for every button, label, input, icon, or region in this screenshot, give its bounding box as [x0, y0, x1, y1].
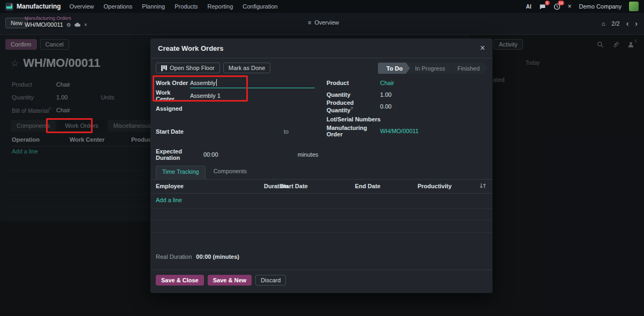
table-row	[150, 220, 493, 220]
hamburger-icon: ≡	[308, 19, 311, 26]
save-and-new-button[interactable]: Save & New	[208, 275, 252, 286]
table-row	[150, 232, 493, 233]
tab-modal-components[interactable]: Components	[208, 166, 253, 179]
produced-quantity-label: Produced Quantity?	[327, 99, 380, 113]
modal-product-label: Product	[327, 80, 380, 86]
modal-quantity-value[interactable]: 1.00	[380, 91, 391, 98]
gear-icon[interactable]: ⚙	[66, 22, 71, 28]
save-and-close-button[interactable]: Save & Close	[156, 275, 204, 286]
expected-duration-unit: minutes	[298, 151, 319, 158]
help-icon: ?	[351, 106, 353, 111]
table-row	[150, 208, 493, 209]
user-avatar[interactable]	[629, 2, 639, 11]
col-employee[interactable]: Employee	[156, 183, 184, 189]
date-range-separator: to	[284, 128, 289, 135]
mark-as-done-button[interactable]: Mark as Done	[223, 63, 270, 73]
produced-quantity-value[interactable]: 0.00	[380, 103, 391, 110]
discard-changes-icon[interactable]: ×	[84, 22, 87, 28]
menu-configuration[interactable]: Configuration	[243, 3, 277, 10]
view-switcher-overview[interactable]: ≡ Overview	[308, 19, 339, 26]
assigned-label: Assigned	[156, 105, 183, 112]
manufacturing-app-icon	[5, 3, 13, 11]
menu-operations[interactable]: Operations	[104, 3, 133, 10]
menu-reporting[interactable]: Reporting	[208, 3, 233, 10]
pager-value: 2/2	[611, 20, 619, 27]
sort-columns-icon[interactable]	[480, 183, 486, 189]
company-switcher[interactable]: Demo Company	[579, 3, 622, 10]
work-order-input[interactable]: Assembly	[190, 78, 315, 88]
work-center-value[interactable]: Assembly 1	[190, 93, 221, 99]
home-icon[interactable]: ⌂	[602, 20, 605, 27]
work-center-label: Work Center	[156, 89, 190, 102]
status-bar: To Do In Progress Finished	[378, 63, 487, 74]
create-work-orders-dialog: Create Work Orders × Open Shop Floor Mar…	[150, 38, 493, 293]
expected-duration-label: Expected Duration	[156, 148, 203, 161]
control-panel: New Manufacturing Orders WH/MO/00011 ⚙ ×…	[0, 13, 644, 35]
stage-to-do[interactable]: To Do	[378, 63, 410, 74]
dialog-notebook-tabs: Time Tracking Components	[150, 166, 493, 180]
dialog-title: Create Work Orders	[158, 44, 224, 52]
menu-overview[interactable]: Overview	[70, 3, 94, 10]
dialog-close-icon[interactable]: ×	[480, 43, 485, 53]
shop-floor-grid-icon	[161, 65, 167, 71]
pager-next-icon[interactable]: ›	[635, 19, 638, 28]
menu-products[interactable]: Products	[175, 3, 198, 10]
menu-planning[interactable]: Planning	[142, 3, 165, 10]
text-cursor	[216, 79, 217, 86]
tab-time-tracking[interactable]: Time Tracking	[156, 166, 206, 179]
cloud-save-icon[interactable]	[74, 22, 81, 27]
ai-assistant-icon[interactable]: AI	[526, 4, 532, 10]
systray-close-icon[interactable]: ×	[568, 3, 572, 10]
top-navbar: Manufacturing Overview Operations Planni…	[0, 0, 644, 13]
activities-badge: 10	[558, 1, 564, 5]
messages-badge: 5	[545, 1, 550, 5]
col-productivity[interactable]: Productivity	[418, 183, 452, 189]
messages-icon[interactable]: 5	[539, 3, 546, 10]
breadcrumb: Manufacturing Orders WH/MO/00011 ⚙ ×	[25, 16, 87, 28]
discard-button[interactable]: Discard	[255, 275, 286, 286]
work-order-label: Work Order	[156, 80, 190, 86]
systray: AI 5 10 × Demo Company	[526, 2, 639, 11]
breadcrumb-current: WH/MO/00011	[25, 21, 63, 28]
overview-switch-label: Overview	[314, 19, 339, 26]
col-end-date[interactable]: End Date	[355, 183, 381, 189]
app-window: Manufacturing Overview Operations Planni…	[0, 0, 644, 316]
pager: ⌂ 2/2 ‹ ›	[602, 19, 638, 28]
modal-product-value[interactable]: Chair	[380, 80, 394, 86]
stage-finished[interactable]: Finished	[449, 63, 487, 74]
modal-add-a-line-link[interactable]: Add a line	[156, 197, 182, 203]
lot-serial-label: Lot/Serial Numbers	[327, 116, 381, 122]
stage-in-progress[interactable]: In Progress	[406, 63, 452, 74]
modal-quantity-label: Quantity	[327, 91, 380, 98]
manufacturing-order-label: Manufacturing Order	[327, 125, 380, 137]
pager-previous-icon[interactable]: ‹	[626, 19, 629, 28]
real-duration-value: 00:00 (minutes)	[196, 253, 239, 260]
top-menu: Overview Operations Planning Products Re…	[70, 3, 278, 10]
activities-clock-icon[interactable]: 10	[554, 3, 560, 10]
col-start-date[interactable]: Start Date	[280, 183, 308, 189]
work-order-value: Assembly	[190, 80, 216, 86]
open-shop-floor-button[interactable]: Open Shop Floor	[156, 63, 220, 73]
app-name[interactable]: Manufacturing	[17, 3, 61, 10]
app-brand[interactable]: Manufacturing	[5, 3, 61, 11]
open-shop-floor-label: Open Shop Floor	[170, 65, 215, 71]
real-duration-label: Real Duration	[156, 253, 192, 260]
expected-duration-value[interactable]: 00:00	[203, 151, 218, 158]
start-date-label: Start Date	[156, 128, 184, 135]
manufacturing-order-value[interactable]: WH/MO/00011	[380, 128, 419, 134]
breadcrumb-parent[interactable]: Manufacturing Orders	[25, 16, 87, 21]
